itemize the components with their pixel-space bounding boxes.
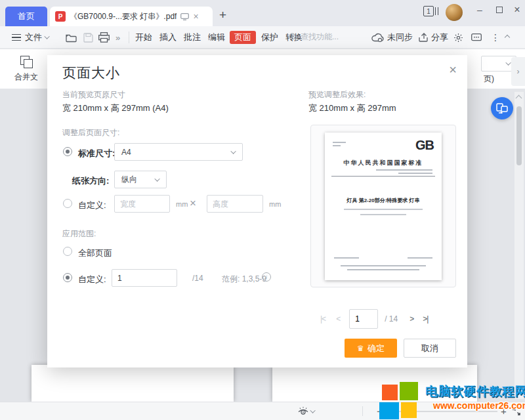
next-page-button[interactable]: > (410, 314, 413, 324)
menu-tab-comment[interactable]: 批注 (181, 31, 203, 44)
more-tools-button[interactable]: » (116, 26, 120, 49)
wps-pdf-window: 首页 P 《GB7000.9-...要求 灯串》.pdf × + 1 – × 文… (0, 0, 525, 420)
menu-tab-insert[interactable]: 插入 (157, 31, 179, 44)
fullscreen-button[interactable] (513, 408, 520, 415)
crown-icon: ♛ (357, 345, 364, 352)
search-placeholder: 查找功能... (301, 32, 339, 43)
preview-section-label: 预览调整后效果: (308, 89, 366, 100)
menu-tab-edit[interactable]: 编辑 (205, 31, 228, 44)
toolbar-divider (129, 32, 129, 43)
all-pages-label: 全部页面 (78, 247, 112, 259)
chevron-down-icon (310, 408, 315, 413)
convert-doc-icon (496, 103, 508, 114)
minimize-button[interactable]: – (470, 0, 490, 20)
chevron-down-icon (154, 176, 159, 181)
dialog-close-icon[interactable]: × (449, 63, 457, 76)
expand-panel-button[interactable]: › (511, 57, 525, 86)
pdf-to-word-button[interactable] (491, 97, 513, 119)
scrollbar-thumb[interactable] (516, 106, 522, 165)
vertical-scrollbar[interactable] (514, 92, 524, 399)
new-tab-button[interactable]: + (219, 8, 226, 22)
page-range-input[interactable] (112, 269, 177, 287)
first-page-button[interactable]: |< (320, 314, 326, 324)
blurred-text-line (398, 173, 432, 174)
orientation-select[interactable]: 纵向 (114, 171, 167, 188)
zoom-in-button[interactable]: + (501, 406, 507, 417)
preview-size-value: 宽 210mm x 高 297mm (308, 102, 396, 114)
standard-size-select[interactable]: A4 (114, 143, 243, 161)
last-page-button[interactable]: >| (423, 314, 428, 324)
window-count-badge: 1 (423, 6, 434, 16)
print-button[interactable] (98, 26, 110, 49)
chevron-down-icon (505, 60, 511, 65)
zoom-slider[interactable] (388, 411, 497, 412)
divider-line (331, 176, 435, 177)
window-count-button[interactable]: 1 (423, 6, 438, 16)
menu-tab-protect[interactable]: 保护 (259, 31, 281, 44)
gear-icon (453, 33, 463, 43)
search-input[interactable]: 查找功能... (289, 32, 339, 43)
tab-document[interactable]: P 《GB7000.9-...要求 灯串》.pdf × (50, 7, 213, 26)
info-icon[interactable]: i (262, 272, 271, 282)
custom-size-radio[interactable] (63, 199, 72, 208)
prev-page-button[interactable]: < (336, 314, 340, 324)
range-example-label: 范例: 1,3,5-9 (222, 274, 266, 285)
collapse-ribbon-button[interactable] (505, 26, 509, 49)
cancel-button-label: 取消 (421, 343, 438, 354)
close-tab-icon[interactable]: × (193, 11, 198, 22)
settings-button[interactable] (453, 26, 463, 49)
overflow-menu-button[interactable]: ⋮ (491, 26, 500, 49)
page-total-suffix: /14 (192, 274, 203, 283)
pdf-page[interactable] (32, 365, 234, 402)
blurred-text-line (376, 169, 432, 171)
save-button[interactable] (83, 26, 93, 49)
ok-button[interactable]: ♛ 确定 (345, 339, 397, 358)
page-size-dialog: 页面大小 × 当前预览页原尺寸 宽 210mm x 高 297mm (A4) 调… (47, 55, 467, 368)
close-window-button[interactable]: × (509, 0, 525, 20)
current-size-value: 宽 210mm x 高 297mm (A4) (62, 102, 169, 114)
blurred-text-line (333, 145, 341, 146)
sync-status-button[interactable]: 未同步 (371, 26, 413, 49)
times-icon: × (190, 197, 196, 210)
custom-range-radio[interactable] (63, 273, 72, 282)
adjusted-size-section-label: 调整后页面尺寸: (62, 127, 119, 138)
orientation-value: 纵向 (121, 174, 137, 185)
preview-pagination: |< < / 14 > >| (308, 308, 457, 329)
screen-share-icon[interactable] (180, 13, 189, 20)
blurred-text-line (408, 257, 432, 259)
cancel-button[interactable]: 取消 (404, 339, 456, 358)
eye-icon (297, 406, 309, 416)
standard-size-radio[interactable] (63, 147, 72, 156)
ribbon-clipped-text: 页) (484, 74, 494, 85)
preview-page-total: / 14 (385, 314, 398, 324)
cloud-sync-icon (371, 33, 384, 42)
blurred-text-line (334, 257, 359, 259)
custom-height-input[interactable] (207, 195, 263, 213)
standard-size-label: 标准尺寸: (78, 148, 115, 159)
pdf-page[interactable] (272, 365, 477, 402)
width-unit-label: mm (176, 200, 188, 208)
tab-home[interactable]: 首页 (5, 7, 47, 26)
maximize-button[interactable] (490, 0, 509, 20)
menu-tab-start[interactable]: 开始 (133, 31, 155, 44)
merge-documents-button[interactable]: 合并文 (8, 53, 45, 86)
menu-bar: 文件 » 开始 插入 批注 编辑 页面 保护 转换 查找功能... 未同步 (0, 26, 525, 49)
custom-width-input[interactable] (114, 195, 170, 213)
user-avatar[interactable] (446, 4, 463, 21)
preview-document-title: 灯具 第2-20部分:特殊要求 灯串 (325, 197, 442, 204)
hamburger-icon (12, 34, 21, 41)
feedback-button[interactable] (471, 26, 482, 49)
scroll-up-arrow[interactable] (516, 95, 522, 102)
standard-size-value: A4 (121, 148, 131, 157)
preview-page-input[interactable] (349, 309, 378, 329)
all-pages-radio[interactable] (63, 247, 72, 256)
menu-tab-page[interactable]: 页面 (230, 31, 256, 44)
document-tab-title: 《GB7000.9-...要求 灯串》.pdf (70, 11, 177, 22)
file-menu[interactable]: 文件 (12, 26, 50, 49)
zoom-out-button[interactable]: − (377, 406, 383, 417)
share-button[interactable]: 分享 (419, 26, 448, 49)
blurred-text-line (341, 265, 426, 266)
fullscreen-icon (513, 408, 520, 415)
open-file-button[interactable] (66, 26, 77, 49)
eye-protection-button[interactable] (297, 406, 316, 416)
